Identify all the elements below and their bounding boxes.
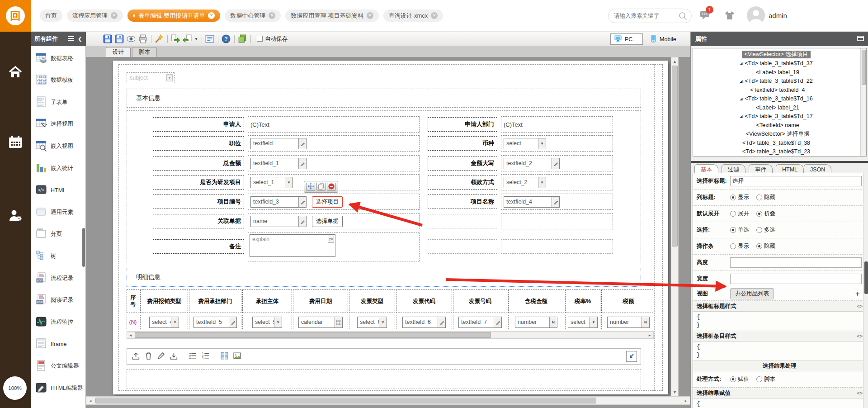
radio-option[interactable]: 折叠: [756, 210, 775, 218]
radio-option[interactable]: 隐藏: [756, 194, 775, 201]
select-widget[interactable]: select_2▾: [504, 177, 546, 188]
tree-node-8[interactable]: <Textfield> name: [693, 121, 859, 129]
tree-node-2[interactable]: <Label> label_19: [693, 68, 859, 76]
property-input[interactable]: [730, 274, 862, 284]
close-tab-icon[interactable]: ✕: [208, 12, 215, 19]
subject-field[interactable]: subject▾: [127, 72, 175, 83]
component-item-process-monitor[interactable]: 流程监控: [31, 312, 85, 332]
rail-calendar-button[interactable]: [8, 135, 23, 151]
canvas-hscrollbar[interactable]: ◂▸: [86, 396, 690, 405]
select-widget[interactable]: select_6▾: [357, 317, 387, 328]
theme-button[interactable]: [724, 10, 735, 22]
textfield-widget[interactable]: name: [250, 216, 307, 227]
radio-option[interactable]: 脚本: [756, 375, 775, 383]
textfield-widget[interactable]: textfield: [250, 138, 307, 149]
search-icon[interactable]: [679, 12, 687, 22]
close-tab-icon[interactable]: ✕: [111, 12, 118, 19]
calendar-widget[interactable]: calendar: [298, 317, 343, 328]
view-list-button[interactable]: 办公用品列表: [730, 288, 774, 299]
component-item-embed-stats[interactable]: 嵌入统计: [31, 158, 85, 179]
textfield-widget[interactable]: textfield_6: [402, 317, 446, 328]
textfield-widget[interactable]: textfield_2: [504, 158, 560, 169]
select-document-button[interactable]: 选择单据: [312, 216, 343, 227]
move-element-button[interactable]: [306, 183, 315, 191]
menu-icon[interactable]: [68, 36, 74, 43]
close-tab-icon[interactable]: ✕: [367, 12, 373, 19]
nav-tab-4[interactable]: 数据应用管理-项目基础资料✕: [285, 9, 378, 22]
component-item-select-view[interactable]: 选择视图: [31, 114, 85, 135]
component-item-process-log[interactable]: LOG流程记录: [31, 268, 85, 289]
textfield-widget[interactable]: textfield_1: [250, 158, 307, 169]
radio-option[interactable]: 多选: [756, 226, 775, 234]
tree-node-4[interactable]: <Textfield> textfield_4: [693, 85, 859, 94]
component-item-doc-editor[interactable]: 公文编辑器: [31, 356, 85, 376]
view-tab-script[interactable]: 脚本: [132, 47, 157, 57]
mobile-view-button[interactable]: Mobile: [646, 33, 682, 45]
tree-node-1[interactable]: ◢<Td> table_3_table$Td_37: [693, 59, 859, 68]
help-button[interactable]: ?: [222, 34, 231, 43]
textfield-widget[interactable]: textfield_4: [504, 196, 560, 208]
import-button[interactable]: [183, 34, 192, 43]
component-item-iframe[interactable]: Iframe: [31, 334, 85, 355]
image-button[interactable]: [233, 351, 241, 361]
number-widget[interactable]: numberN: [607, 317, 650, 328]
nav-tab-3[interactable]: 数据中心管理✕: [225, 9, 281, 22]
tree-node-6[interactable]: <Label> label_21: [693, 103, 859, 112]
radio-icon[interactable]: [756, 227, 762, 233]
username[interactable]: admin: [769, 12, 787, 19]
expand-icon[interactable]: ◢: [740, 97, 742, 101]
canvas-hscroll-thumb[interactable]: [95, 398, 596, 403]
scroll-down-icon[interactable]: ▼: [672, 389, 678, 395]
components-scrollbar-thumb[interactable]: [82, 228, 85, 267]
zoom-bubble[interactable]: 100%: [3, 376, 27, 400]
tree-node-3[interactable]: ◢<Td> table_3_table$Td_22: [693, 77, 859, 85]
radio-icon[interactable]: [730, 243, 736, 249]
component-item-data-template[interactable]: 123数据模板: [31, 70, 85, 91]
code-icon[interactable]: <>: [857, 304, 863, 309]
pc-view-button[interactable]: PC: [610, 33, 643, 45]
layers-button[interactable]: [238, 34, 247, 43]
magic-wand-button[interactable]: [155, 34, 164, 43]
save-as-button[interactable]: [115, 34, 124, 43]
component-item-generic-element[interactable]: 通用元素: [31, 202, 85, 223]
app-logo[interactable]: 回: [0, 0, 31, 32]
section-title-detail-info[interactable]: 明细信息: [127, 268, 641, 287]
detail-hscroll-thumb[interactable]: [135, 332, 491, 338]
expand-icon[interactable]: ◢: [740, 62, 742, 66]
delete-element-button[interactable]: [327, 183, 336, 191]
scroll-right-icon[interactable]: ▸: [683, 398, 689, 403]
grid-layout-button[interactable]: [220, 351, 229, 361]
tree-node-11[interactable]: <Td> table_3_table$Td_23: [693, 147, 859, 156]
style-code-block[interactable]: { }: [693, 342, 866, 361]
computed-text-field[interactable]: (C)Text: [504, 121, 523, 128]
radio-icon[interactable]: [730, 195, 736, 200]
form-list-button[interactable]: [205, 34, 214, 43]
style-code-block[interactable]: {: [693, 399, 866, 408]
textarea-widget[interactable]: explain T≡: [250, 234, 335, 257]
list-ol-button[interactable]: 123: [201, 351, 210, 361]
radio-option[interactable]: 赋值: [730, 375, 749, 383]
select-project-button[interactable]: 选择项目: [312, 196, 343, 208]
computed-text-field[interactable]: (C)Text: [250, 121, 269, 128]
upload-button[interactable]: [132, 351, 140, 361]
expand-icon[interactable]: ◢: [740, 79, 742, 83]
preview-eye-button[interactable]: [127, 34, 136, 43]
textfield-widget[interactable]: textfield_5: [193, 317, 237, 328]
avatar[interactable]: [747, 6, 765, 24]
scroll-right-icon[interactable]: ▸: [646, 332, 653, 338]
add-view-button[interactable]: +: [855, 289, 860, 299]
textfield-widget[interactable]: textfield_3: [250, 196, 307, 208]
rail-user-admin-button[interactable]: [8, 208, 23, 225]
tree-node-10[interactable]: <Td> table_3_table$Td_38: [693, 138, 859, 147]
nav-tab-2[interactable]: 表单编辑-费用报销申请单✕: [127, 9, 220, 22]
select-widget[interactable]: select▾: [504, 138, 546, 149]
list-ul-button[interactable]: [189, 351, 197, 361]
import-dropdown-caret[interactable]: ▼: [194, 37, 198, 41]
search-input[interactable]: [614, 9, 677, 22]
select-widget[interactable]: select_1▾: [250, 177, 293, 188]
download-button[interactable]: [170, 351, 178, 361]
component-item-tree[interactable]: 树: [31, 246, 85, 266]
radio-icon[interactable]: [756, 211, 762, 217]
scroll-up-icon[interactable]: ▲: [672, 58, 678, 64]
textfield-widget[interactable]: textfield_7: [458, 317, 502, 328]
